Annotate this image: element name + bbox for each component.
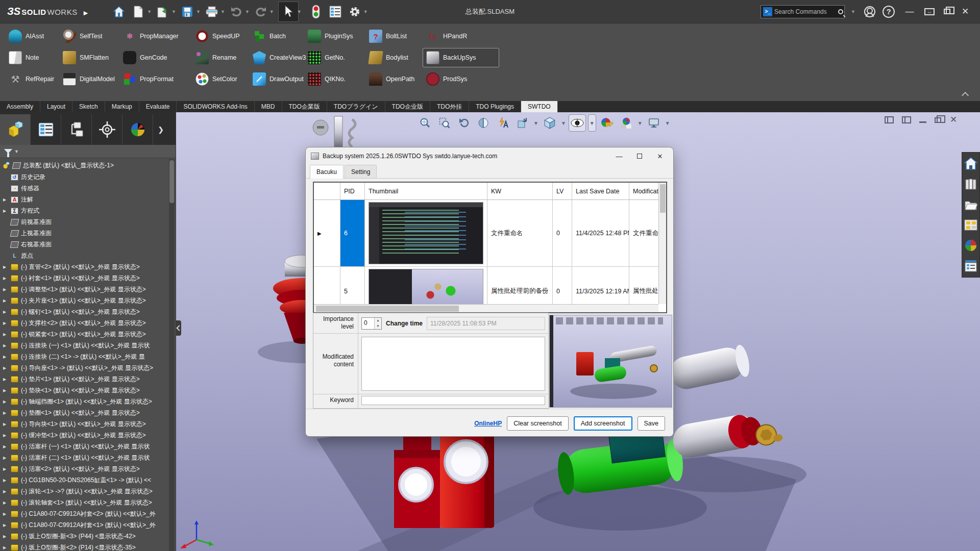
row-selector-cell[interactable]: ▶ — [314, 200, 340, 266]
resources-home-button[interactable] — [963, 155, 978, 172]
tab-propertymanager[interactable] — [31, 114, 61, 145]
design-library-button[interactable] — [963, 176, 978, 193]
expander-icon[interactable] — [3, 512, 8, 516]
expander-icon[interactable] — [3, 433, 8, 438]
footer-button[interactable]: Add screenshot — [574, 416, 632, 431]
ribbon-button[interactable]: Note — [5, 48, 59, 67]
table-row[interactable]: ▶ 6 文件重命名 0 11/4/2025 12:48 PM 文件重命名 — [314, 200, 666, 267]
tree-item[interactable]: 原点 — [0, 250, 168, 261]
expander-icon[interactable] — [3, 545, 8, 550]
ribbon-button[interactable]: HPandR — [423, 27, 499, 46]
importance-spinner[interactable]: 0 ▲ ▼ — [361, 317, 382, 330]
print-button[interactable] — [202, 2, 222, 21]
expander-icon[interactable] — [3, 310, 8, 314]
rod-flange-part[interactable] — [671, 408, 784, 461]
ribbon-button[interactable]: PropFormat — [119, 69, 192, 89]
modif-cell[interactable]: 文件重命名 — [629, 200, 659, 266]
tree-item[interactable]: (-) 坂上O型圈-新<2> (P14) <显示状态-35> — [0, 542, 168, 551]
close-button[interactable]: ✕ — [958, 6, 973, 17]
panel-tabs-overflow[interactable]: ❯ — [153, 114, 168, 145]
logo-flyout-arrow[interactable]: ▶ — [84, 10, 88, 16]
apply-scene-dropdown[interactable]: ▼ — [638, 120, 643, 126]
ribbon-button[interactable]: PluginSys — [304, 27, 365, 46]
previous-view-button[interactable] — [456, 115, 472, 131]
dialog-titlebar[interactable]: Backup system 2025.1.26.0SWTDO Sys swtdo… — [306, 147, 673, 165]
restore-button[interactable] — [944, 9, 950, 14]
table-header-cell[interactable] — [314, 183, 340, 199]
command-tab[interactable]: Layout — [40, 101, 72, 112]
footer-button[interactable]: Clear screenshot — [507, 416, 569, 431]
expander-icon[interactable] — [3, 444, 8, 449]
annotation-views-button[interactable] — [495, 115, 511, 131]
minimize-button[interactable]: — — [902, 7, 917, 17]
dialog-minimize-button[interactable]: — — [609, 149, 629, 163]
tab-configurationmanager[interactable] — [61, 114, 92, 145]
print-dropdown[interactable]: ▼ — [220, 9, 225, 14]
expander-icon[interactable] — [3, 422, 8, 427]
spinner-up-icon[interactable]: ▲ — [375, 318, 381, 323]
online-help-link[interactable]: OnlineHP — [474, 420, 502, 427]
view-options-button[interactable] — [646, 115, 662, 131]
table-header-cell[interactable]: KW — [487, 183, 553, 199]
expander-icon[interactable] — [3, 500, 8, 505]
dialog-maximize-button[interactable] — [629, 149, 650, 163]
kw-cell[interactable]: 文件重命名 — [487, 200, 553, 266]
command-tab[interactable]: Markup — [105, 101, 139, 112]
save-dropdown[interactable]: ▼ — [196, 9, 201, 14]
expander-icon[interactable] — [3, 276, 8, 281]
expander-icon[interactable] — [3, 523, 8, 528]
undo-button[interactable] — [227, 2, 246, 21]
ribbon-button[interactable]: Batch — [249, 27, 304, 46]
table-header-cell[interactable]: PID — [340, 183, 365, 199]
tab-featuremanager[interactable] — [0, 114, 31, 145]
ribbon-button[interactable]: ProdSys — [423, 69, 499, 89]
expander-icon[interactable] — [3, 399, 8, 404]
tab-dimxpertmanager[interactable] — [92, 114, 122, 145]
command-tab[interactable]: MBD — [255, 101, 282, 112]
ribbon-button[interactable]: SpeedUP — [192, 27, 249, 46]
save-button[interactable] — [178, 2, 197, 21]
table-vscroll-thumb[interactable] — [660, 184, 666, 213]
expander-icon[interactable] — [3, 332, 8, 337]
table-hscroll-thumb[interactable] — [316, 306, 459, 312]
ribbon-button[interactable]: BoltList — [365, 27, 423, 46]
tree-item[interactable]: (-) 连接块 (一) <1> (默认) <<默认>_外观 显示状 — [0, 340, 168, 351]
tree-item[interactable]: 方程式 — [0, 205, 168, 216]
date-cell[interactable]: 11/4/2025 12:48 PM — [572, 200, 629, 266]
settings-dropdown[interactable]: ▼ — [363, 9, 368, 14]
modificated-content-input[interactable] — [361, 337, 545, 391]
ribbon-button[interactable]: Bodylist — [365, 48, 423, 67]
view-settings-dropdown[interactable]: ▼ — [533, 120, 538, 126]
ribbon-button[interactable]: DrawOutput — [249, 69, 304, 89]
tree-item[interactable]: (-) C1A80-07-C9912A衬套<1> (默认) <<默认>_外 — [0, 519, 168, 531]
appearances-scenes-button[interactable] — [963, 237, 978, 254]
expander-icon[interactable] — [3, 366, 8, 370]
tree-item[interactable]: (-) 垫块<1> (默认) <<默认>_外观 显示状态> — [0, 385, 168, 396]
tree-item[interactable]: (-) 连接块 (二) <1> -> (默认) <<默认>_外观 显 — [0, 351, 168, 362]
expander-icon[interactable] — [3, 467, 8, 471]
ribbon-button[interactable]: OpenPath — [365, 69, 423, 89]
tree-item[interactable]: (-) 锁紧套<1> (默认) <<默认>_外观 显示状态> — [0, 329, 168, 340]
spinner-down-icon[interactable]: ▼ — [375, 323, 381, 329]
ribbon-button[interactable]: GenCode — [119, 48, 192, 67]
edit-appearance-button[interactable] — [599, 115, 615, 131]
tree-item[interactable]: (-) 垫片<1> (默认) <<默认>_外观 显示状态> — [0, 373, 168, 385]
expander-icon[interactable] — [3, 534, 8, 539]
tree-item[interactable]: (-) 支撑柱<2> (默认) <<默认>_外观 显示状态> — [0, 317, 168, 329]
tree-item[interactable]: (-) 滚轮-<1> ->? (默认) <<默认>_外观 显示状态> — [0, 486, 168, 497]
tree-item[interactable]: (-) 直管<2> (默认) <<默认>_外观 显示状态> — [0, 261, 168, 272]
view-orientation-button[interactable] — [542, 115, 558, 131]
command-tab[interactable]: TDO企業版 — [282, 101, 327, 112]
ribbon-collapse-chevron[interactable] — [963, 91, 969, 97]
tree-item[interactable]: (-) 活塞<2> (默认) <<默认>_外观 显示状态> — [0, 463, 168, 474]
tree-item[interactable]: (-) CG1BN50-20-DNS2065缸盖<1> -> (默认) << — [0, 474, 168, 486]
ribbon-button[interactable]: RefRepair — [5, 69, 59, 89]
panel-collapse-handle[interactable] — [176, 320, 181, 336]
apply-scene-button[interactable] — [618, 115, 634, 131]
tree-item[interactable]: 历史记录 — [0, 171, 168, 183]
pane-right-icon[interactable] — [902, 116, 911, 123]
table-header-cell[interactable]: Modificated content — [629, 183, 659, 199]
display-style-button[interactable] — [569, 115, 585, 131]
tree-item[interactable]: (-) 衬套<1> (默认) <<默认>_外观 显示状态> — [0, 272, 168, 284]
tree-item[interactable]: (-) 活塞杆 (二) <1> (默认) <<默认>_外观 显示状 — [0, 452, 168, 463]
